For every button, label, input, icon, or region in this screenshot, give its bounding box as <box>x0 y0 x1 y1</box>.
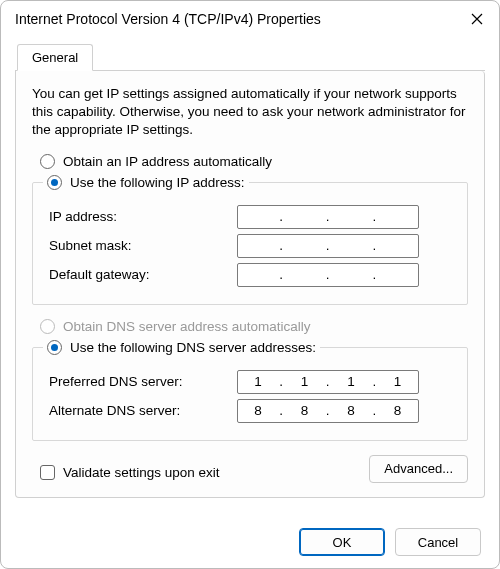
ip-address-input[interactable]: . . . <box>237 205 419 229</box>
alternate-dns-input[interactable]: 8. 8. 8. 8 <box>237 399 419 423</box>
radio-dns-manual-label: Use the following DNS server addresses: <box>70 340 316 355</box>
radio-dns-manual[interactable]: Use the following DNS server addresses: <box>43 340 320 355</box>
dns-server-group: Use the following DNS server addresses: … <box>32 340 468 441</box>
default-gateway-input[interactable]: . . . <box>237 263 419 287</box>
preferred-dns-label: Preferred DNS server: <box>47 374 237 389</box>
radio-ip-auto[interactable]: Obtain an IP address automatically <box>40 154 468 169</box>
radio-dns-auto-label: Obtain DNS server address automatically <box>63 319 311 334</box>
checkbox-icon <box>40 465 55 480</box>
cancel-button[interactable]: Cancel <box>395 528 481 556</box>
radio-dot-icon <box>47 175 62 190</box>
dialog-title: Internet Protocol Version 4 (TCP/IPv4) P… <box>15 11 465 27</box>
titlebar: Internet Protocol Version 4 (TCP/IPv4) P… <box>1 1 499 35</box>
radio-dot-icon <box>40 319 55 334</box>
tabpanel-general: You can get IP settings assigned automat… <box>15 71 485 498</box>
radio-ip-manual[interactable]: Use the following IP address: <box>43 175 249 190</box>
default-gateway-label: Default gateway: <box>47 267 237 282</box>
validate-settings-checkbox[interactable]: Validate settings upon exit <box>40 465 220 480</box>
dialog-window: Internet Protocol Version 4 (TCP/IPv4) P… <box>0 0 500 569</box>
radio-ip-manual-label: Use the following IP address: <box>70 175 245 190</box>
preferred-dns-input[interactable]: 1. 1. 1. 1 <box>237 370 419 394</box>
ip-address-group: Use the following IP address: IP address… <box>32 175 468 305</box>
alternate-dns-label: Alternate DNS server: <box>47 403 237 418</box>
dialog-footer: OK Cancel <box>299 528 481 556</box>
tabstrip: General <box>15 43 485 71</box>
radio-dot-icon <box>40 154 55 169</box>
radio-ip-auto-label: Obtain an IP address automatically <box>63 154 272 169</box>
ip-address-label: IP address: <box>47 209 237 224</box>
ok-button[interactable]: OK <box>299 528 385 556</box>
subnet-mask-label: Subnet mask: <box>47 238 237 253</box>
subnet-mask-input[interactable]: . . . <box>237 234 419 258</box>
close-icon[interactable] <box>465 7 489 31</box>
intro-text: You can get IP settings assigned automat… <box>32 85 468 140</box>
radio-dot-icon <box>47 340 62 355</box>
radio-dns-auto: Obtain DNS server address automatically <box>40 319 468 334</box>
validate-settings-label: Validate settings upon exit <box>63 465 220 480</box>
advanced-button[interactable]: Advanced... <box>369 455 468 483</box>
tab-general[interactable]: General <box>17 44 93 71</box>
